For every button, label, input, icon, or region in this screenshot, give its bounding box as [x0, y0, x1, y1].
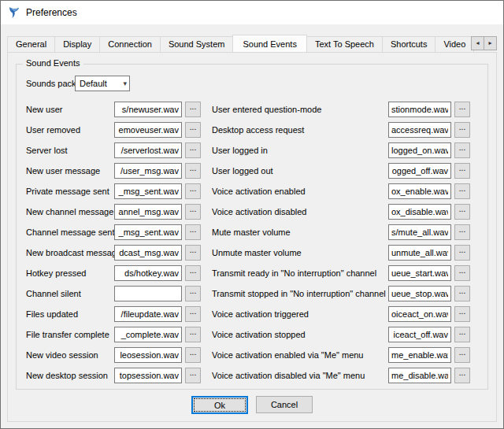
browse-button[interactable]: ...	[185, 306, 201, 322]
browse-button[interactable]: ...	[185, 183, 201, 199]
sounds-pack-row: Sounds pack Default ▾	[26, 76, 478, 91]
sound-event-row: Server lost ... User logged in ...	[26, 140, 478, 161]
sound-file-input[interactable]	[388, 102, 451, 117]
sound-file-input[interactable]	[388, 204, 451, 220]
sound-file-input[interactable]	[114, 102, 182, 117]
event-label: Server lost	[26, 146, 114, 155]
event-label: Mute master volume	[212, 227, 388, 237]
browse-button[interactable]: ...	[454, 347, 470, 363]
sound-file-input[interactable]	[388, 245, 451, 261]
browse-button[interactable]: ...	[454, 102, 470, 117]
browse-button[interactable]: ...	[454, 183, 470, 199]
browse-button[interactable]: ...	[454, 163, 470, 179]
event-label: Voice activation stopped	[212, 330, 388, 339]
titlebar: Preferences	[1, 1, 503, 24]
tab-display[interactable]: Display	[54, 36, 100, 52]
event-label: New user message	[26, 166, 114, 176]
browse-button[interactable]: ...	[185, 245, 201, 261]
browse-button[interactable]: ...	[185, 327, 201, 342]
ok-button[interactable]: Ok	[191, 396, 248, 414]
sound-file-input[interactable]	[114, 122, 182, 138]
browse-button[interactable]: ...	[454, 204, 470, 220]
tab-sound-events[interactable]: Sound Events	[232, 35, 307, 52]
browse-button[interactable]: ...	[454, 286, 470, 301]
event-label: New channel message	[26, 207, 114, 216]
sound-event-row: New broadcast message ... Unmute master …	[26, 242, 478, 263]
sound-file-input[interactable]	[114, 245, 182, 261]
sound-file-input[interactable]	[388, 347, 451, 363]
browse-button[interactable]: ...	[185, 347, 201, 363]
sound-file-input[interactable]	[388, 286, 451, 301]
sounds-pack-value: Default	[80, 79, 107, 88]
sound-event-row: New channel message ... Voice activation…	[26, 202, 478, 222]
browse-button[interactable]: ...	[185, 122, 201, 138]
tab-general[interactable]: General	[7, 36, 55, 52]
tab-shortcuts[interactable]: Shortcuts	[382, 36, 435, 52]
sound-file-input[interactable]	[114, 368, 182, 383]
event-label: Hotkey pressed	[26, 268, 114, 278]
sound-file-input[interactable]	[114, 347, 182, 363]
tab-video[interactable]: Video	[435, 36, 474, 52]
event-label: New user	[26, 105, 114, 114]
sound-file-input[interactable]	[114, 142, 182, 158]
sound-file-input[interactable]	[388, 183, 451, 199]
sound-file-input[interactable]	[388, 142, 451, 158]
window-title: Preferences	[26, 7, 77, 18]
browse-button[interactable]: ...	[185, 142, 201, 158]
browse-button[interactable]: ...	[185, 286, 201, 301]
footer: Ok Cancel	[16, 390, 488, 418]
event-label: Voice activation enabled	[212, 187, 388, 196]
sound-file-input[interactable]	[388, 265, 451, 281]
sound-file-input[interactable]	[114, 163, 182, 179]
browse-button[interactable]: ...	[454, 224, 470, 240]
event-label: Voice activation disabled	[212, 207, 388, 216]
sound-file-input[interactable]	[388, 327, 451, 342]
browse-button[interactable]: ...	[454, 122, 470, 138]
browse-button[interactable]: ...	[454, 245, 470, 261]
sound-event-row: Channel silent ... Transmit stopped in "…	[26, 283, 478, 304]
event-label: New desktop session	[26, 371, 114, 380]
sound-events-rows: New user ... User entered question-mode …	[26, 99, 478, 386]
sound-file-input[interactable]	[114, 327, 182, 342]
app-icon	[8, 6, 20, 19]
tab-bar: GeneralDisplayConnectionSound SystemSoun…	[7, 35, 497, 52]
sound-file-input[interactable]	[388, 306, 451, 322]
browse-button[interactable]: ...	[185, 265, 201, 281]
tab-scroll-right-button[interactable]: ▸	[484, 36, 497, 50]
sound-event-row: Files updated ... Voice activation trigg…	[26, 304, 478, 324]
event-label: User entered question-mode	[212, 105, 388, 114]
event-label: User removed	[26, 125, 114, 135]
browse-button[interactable]: ...	[185, 368, 201, 383]
browse-button[interactable]: ...	[185, 224, 201, 240]
sound-file-input[interactable]	[388, 122, 451, 138]
tab-scroll-left-button[interactable]: ◂	[471, 36, 484, 50]
browse-button[interactable]: ...	[454, 142, 470, 158]
sound-file-input[interactable]	[114, 224, 182, 240]
browse-button[interactable]: ...	[185, 102, 201, 117]
sound-event-row: File transfer complete ... Voice activat…	[26, 324, 478, 345]
sounds-pack-select[interactable]: Default ▾	[75, 76, 130, 91]
browse-button[interactable]: ...	[185, 204, 201, 220]
sound-file-input[interactable]	[388, 224, 451, 240]
sound-file-input[interactable]	[114, 306, 182, 322]
browse-button[interactable]: ...	[454, 368, 470, 383]
browse-button[interactable]: ...	[454, 327, 470, 342]
cancel-button[interactable]: Cancel	[256, 396, 313, 413]
sound-event-row: New user ... User entered question-mode …	[26, 99, 478, 120]
sound-file-input[interactable]	[114, 204, 182, 220]
browse-button[interactable]: ...	[185, 163, 201, 179]
sound-events-group: Sound Events Sounds pack Default ▾ New u…	[16, 64, 488, 390]
browse-button[interactable]: ...	[454, 306, 470, 322]
sound-file-input[interactable]	[114, 183, 182, 199]
event-label: Unmute master volume	[212, 248, 388, 257]
sound-file-input[interactable]	[388, 163, 451, 179]
tab-sound-system[interactable]: Sound System	[160, 36, 234, 52]
sound-file-input[interactable]	[388, 368, 451, 383]
tab-text-to-speech[interactable]: Text To Speech	[306, 36, 383, 52]
sound-event-row: New user message ... User logged out ...	[26, 161, 478, 181]
tab-connection[interactable]: Connection	[99, 36, 161, 52]
browse-button[interactable]: ...	[454, 265, 470, 281]
event-label: Channel silent	[26, 289, 114, 298]
sound-file-input[interactable]	[114, 265, 182, 281]
sound-file-input[interactable]	[114, 286, 182, 301]
